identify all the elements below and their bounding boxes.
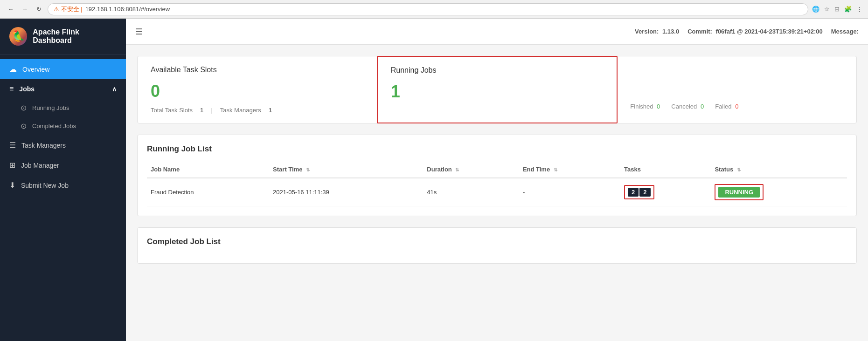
completed-job-list-title: Completed Job List: [147, 237, 847, 246]
browser-chrome: ← → ↻ ⚠ 不安全 | 192.168.1.106:8081/#/overv…: [0, 0, 868, 19]
task-managers-label: Task Managers: [220, 107, 261, 114]
extensions-icon[interactable]: 🧩: [844, 6, 852, 13]
total-task-slots-label: Total Task Slots: [151, 107, 193, 114]
commit-label: Commit:: [687, 28, 712, 35]
sidebar-item-overview-label: Overview: [22, 66, 49, 73]
cell-tasks: 2 2: [620, 178, 711, 206]
bookmark-icon[interactable]: ☆: [824, 6, 830, 13]
version-value: 1.13.0: [662, 28, 679, 35]
end-time-sort-icon: ⇅: [554, 167, 557, 172]
message-label: Message:: [831, 28, 859, 35]
sidebar-item-overview[interactable]: ☁ Overview: [0, 59, 126, 79]
commit-value: f06faf1 @ 2021-04-23T15:39:21+02:00: [716, 28, 823, 35]
task-managers-value: 1: [269, 107, 272, 114]
col-duration[interactable]: Duration ⇅: [423, 161, 519, 178]
forward-button[interactable]: →: [20, 4, 30, 14]
failed-label: Failed: [715, 103, 731, 110]
sidebar-logo: 🦜 Apache Flink Dashboard: [0, 19, 126, 55]
task-slots-meta: Total Task Slots 1 | Task Managers 1: [151, 107, 364, 114]
start-time-sort-icon: ⇅: [306, 167, 310, 172]
task-managers-icon: ☰: [9, 141, 16, 150]
logo-icon: 🦜: [9, 27, 27, 46]
col-start-time[interactable]: Start Time ⇅: [269, 161, 423, 178]
browser-toolbar: 🌐 ☆ ⊟ 🧩 ⋮: [812, 6, 862, 13]
top-bar: ☰ Version: 1.13.0 Commit: f06faf1 @ 2021…: [126, 19, 868, 45]
running-job-list-section: Running Job List Job Name Start Time ⇅: [137, 135, 857, 216]
overview-icon: ☁: [9, 65, 17, 74]
menu-icon[interactable]: ⋮: [856, 6, 862, 13]
status-sort-icon: ⇅: [737, 167, 741, 172]
finished-label: Finished: [630, 103, 653, 110]
sidebar-item-jobs[interactable]: ≡ Jobs ∧: [0, 79, 126, 99]
sidebar-item-submit-job-label: Submit New Job: [21, 182, 69, 189]
logo-text: Apache Flink Dashboard: [33, 28, 117, 45]
cell-job-name: Fraud Detection: [147, 178, 269, 206]
running-jobs-icon: ⊙: [21, 103, 27, 112]
security-warning: ⚠ 不安全 |: [54, 5, 83, 14]
canceled-label: Canceled: [671, 103, 697, 110]
completed-job-list-section: Completed Job List: [137, 227, 857, 264]
finished-value: 0: [657, 103, 660, 110]
table-row[interactable]: Fraud Detection 2021-05-16 11:11:39 41s …: [147, 178, 847, 206]
sidebar-icon[interactable]: ⊟: [834, 6, 840, 13]
url-text: 192.168.1.106:8081/#/overview: [85, 6, 170, 13]
content-area: Available Task Slots 0 Total Task Slots …: [126, 45, 868, 341]
completed-jobs-icon: ⊙: [21, 122, 27, 130]
cell-status: RUNNING: [711, 178, 847, 206]
stat-card-running-jobs: Running Jobs 1: [377, 56, 618, 123]
sidebar-nav: ☁ Overview ≡ Jobs ∧ ⊙ Running Jobs ⊙ Com…: [0, 55, 126, 200]
cell-start-time: 2021-05-16 11:11:39: [269, 178, 423, 206]
job-manager-icon: ⊞: [9, 161, 15, 170]
failed-stat: Failed 0: [715, 103, 738, 110]
task-num-a: 2: [628, 188, 639, 197]
running-job-table: Job Name Start Time ⇅ Duration ⇅: [147, 161, 847, 206]
col-status[interactable]: Status ⇅: [711, 161, 847, 178]
reload-button[interactable]: ↻: [34, 4, 44, 14]
sidebar-item-jobs-label: Jobs: [19, 85, 35, 93]
duration-sort-icon: ⇅: [455, 167, 459, 172]
col-end-time[interactable]: End Time ⇅: [519, 161, 620, 178]
meta-divider: |: [211, 107, 212, 114]
table-header-row: Job Name Start Time ⇅ Duration ⇅: [147, 161, 847, 178]
sidebar-item-completed-jobs-label: Completed Jobs: [32, 123, 76, 130]
total-task-slots-value: 1: [200, 107, 203, 114]
sidebar-item-submit-new-job[interactable]: ⬇ Submit New Job: [0, 175, 126, 195]
sidebar-item-task-managers[interactable]: ☰ Task Managers: [0, 135, 126, 155]
task-num-b: 2: [639, 188, 650, 197]
sidebar-item-running-jobs[interactable]: ⊙ Running Jobs: [0, 99, 126, 117]
back-button[interactable]: ←: [6, 4, 16, 14]
stats-row: Available Task Slots 0 Total Task Slots …: [137, 56, 857, 123]
col-tasks: Tasks: [620, 161, 711, 178]
stat-card-task-slots: Available Task Slots 0 Total Task Slots …: [138, 56, 377, 123]
task-slots-title: Available Task Slots: [151, 66, 364, 74]
status-badge: RUNNING: [718, 187, 760, 198]
sidebar: 🦜 Apache Flink Dashboard ☁ Overview ≡ Jo…: [0, 19, 126, 341]
col-job-name: Job Name: [147, 161, 269, 178]
jobs-icon: ≡: [9, 85, 14, 93]
sidebar-item-job-manager-label: Job Manager: [21, 162, 59, 169]
sidebar-item-completed-jobs[interactable]: ⊙ Completed Jobs: [0, 117, 126, 135]
top-bar-info: Version: 1.13.0 Commit: f06faf1 @ 2021-0…: [635, 28, 859, 35]
submit-job-icon: ⬇: [9, 181, 15, 190]
canceled-stat: Canceled 0: [671, 103, 704, 110]
running-jobs-title: Running Jobs: [391, 66, 604, 75]
cell-duration: 41s: [423, 178, 519, 206]
version-label: Version:: [635, 28, 659, 35]
cell-end-time: -: [519, 178, 620, 206]
canceled-value: 0: [701, 103, 704, 110]
main-area: ☰ Version: 1.13.0 Commit: f06faf1 @ 2021…: [126, 19, 868, 341]
hamburger-icon[interactable]: ☰: [135, 27, 143, 37]
failed-value: 0: [735, 103, 738, 110]
translate-icon[interactable]: 🌐: [812, 6, 819, 13]
address-bar[interactable]: ⚠ 不安全 | 192.168.1.106:8081/#/overview: [48, 3, 808, 15]
sidebar-item-task-managers-label: Task Managers: [21, 142, 66, 149]
sidebar-item-job-manager[interactable]: ⊞ Job Manager: [0, 155, 126, 175]
tasks-badge: 2 2: [628, 188, 650, 197]
finished-stat: Finished 0: [630, 103, 660, 110]
sidebar-item-running-jobs-label: Running Jobs: [32, 104, 69, 111]
stat-card-job-states: Finished 0 Canceled 0 Failed 0: [617, 56, 856, 123]
running-job-list-title: Running Job List: [147, 144, 847, 154]
task-slots-value: 0: [151, 82, 364, 101]
jobs-chevron-icon: ∧: [112, 85, 117, 93]
running-jobs-value: 1: [391, 82, 604, 102]
